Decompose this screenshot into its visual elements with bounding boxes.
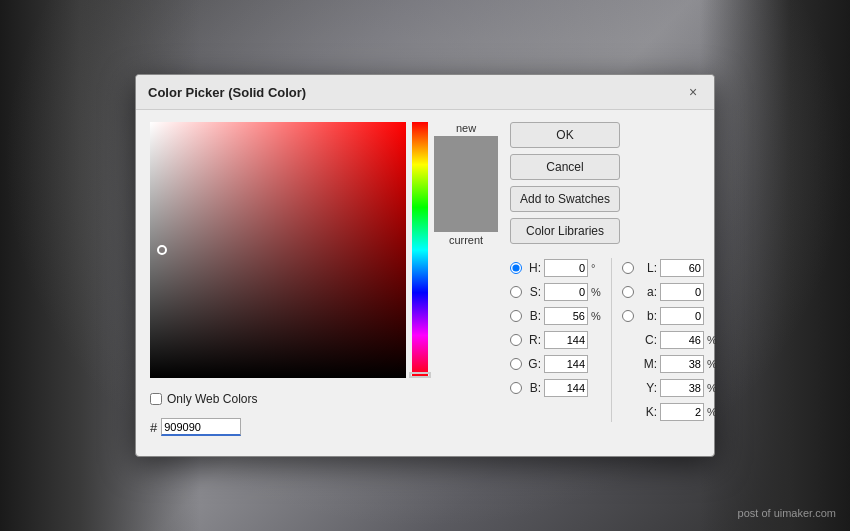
b-label: b: (637, 309, 657, 323)
R-input[interactable] (544, 331, 588, 349)
K-field-row: K: % (622, 402, 717, 422)
preview-new-label: new (456, 122, 476, 134)
S-input[interactable] (544, 283, 588, 301)
L-radio[interactable] (622, 262, 634, 274)
Y-unit: % (707, 382, 717, 394)
M-field-row: M: % (622, 354, 717, 374)
fields-divider (611, 258, 612, 422)
B2-input[interactable] (544, 379, 588, 397)
B-unit: % (591, 310, 601, 322)
M-label: M: (637, 357, 657, 371)
H-label: H: (525, 261, 541, 275)
only-web-row: Only Web Colors (150, 392, 498, 406)
H-unit: ° (591, 262, 595, 274)
G-field-row: G: (510, 354, 601, 374)
C-unit: % (707, 334, 717, 346)
K-label: K: (637, 405, 657, 419)
Y-label: Y: (637, 381, 657, 395)
B-input[interactable] (544, 307, 588, 325)
controls-area: OK Cancel Add to Swatches Color Librarie… (510, 122, 717, 436)
R-radio[interactable] (510, 334, 522, 346)
R-label: R: (525, 333, 541, 347)
C-label: C: (637, 333, 657, 347)
B-radio[interactable] (510, 310, 522, 322)
ok-button[interactable]: OK (510, 122, 620, 148)
a-label: a: (637, 285, 657, 299)
color-picker-area: new current Only Web Colors # (150, 122, 498, 436)
hue-cursor (409, 372, 431, 378)
hsb-rgb-col: H: ° S: % B: (510, 258, 601, 422)
S-unit: % (591, 286, 601, 298)
H-input[interactable] (544, 259, 588, 277)
hex-hash: # (150, 420, 157, 435)
preview-current-label: current (449, 234, 483, 246)
b-input[interactable] (660, 307, 704, 325)
B2-field-row: B: (510, 378, 601, 398)
S-radio[interactable] (510, 286, 522, 298)
K-input[interactable] (660, 403, 704, 421)
B2-label: B: (525, 381, 541, 395)
picker-row: new current (150, 122, 498, 378)
M-unit: % (707, 358, 717, 370)
color-libraries-button[interactable]: Color Libraries (510, 218, 620, 244)
fields-section: H: ° S: % B: (510, 258, 717, 422)
K-unit: % (707, 406, 717, 418)
b-radio[interactable] (622, 310, 634, 322)
watermark: post of uimaker.com (738, 507, 836, 519)
dialog-title: Color Picker (Solid Color) (148, 85, 306, 100)
hex-row: # (150, 418, 498, 436)
S-label: S: (525, 285, 541, 299)
H-radio[interactable] (510, 262, 522, 274)
cancel-button[interactable]: Cancel (510, 154, 620, 180)
preview-new-color (434, 136, 498, 184)
B-label: B: (525, 309, 541, 323)
H-field-row: H: ° (510, 258, 601, 278)
a-radio[interactable] (622, 286, 634, 298)
R-field-row: R: (510, 330, 601, 350)
b-field-row: b: (622, 306, 717, 326)
L-field-row: L: (622, 258, 717, 278)
G-input[interactable] (544, 355, 588, 373)
L-label: L: (637, 261, 657, 275)
hue-strip[interactable] (412, 122, 428, 378)
Y-field-row: Y: % (622, 378, 717, 398)
S-field-row: S: % (510, 282, 601, 302)
hex-input[interactable] (161, 418, 241, 436)
a-field-row: a: (622, 282, 717, 302)
close-button[interactable]: × (684, 83, 702, 101)
color-gradient-box[interactable] (150, 122, 406, 378)
preview-current-color (434, 184, 498, 232)
button-row: OK Cancel Add to Swatches Color Librarie… (510, 122, 717, 244)
L-input[interactable] (660, 259, 704, 277)
G-label: G: (525, 357, 541, 371)
C-input[interactable] (660, 331, 704, 349)
dialog-titlebar: Color Picker (Solid Color) × (136, 75, 714, 110)
Y-input[interactable] (660, 379, 704, 397)
lab-cmyk-col: L: a: b: (622, 258, 717, 422)
add-to-swatches-button[interactable]: Add to Swatches (510, 186, 620, 212)
only-web-colors-label: Only Web Colors (167, 392, 257, 406)
gradient-value (150, 122, 406, 378)
C-field-row: C: % (622, 330, 717, 350)
G-radio[interactable] (510, 358, 522, 370)
only-web-colors-checkbox[interactable] (150, 393, 162, 405)
B-field-row: B: % (510, 306, 601, 326)
B2-radio[interactable] (510, 382, 522, 394)
color-picker-dialog: Color Picker (Solid Color) × new (135, 74, 715, 457)
a-input[interactable] (660, 283, 704, 301)
dialog-body: new current Only Web Colors # OK (136, 110, 714, 440)
preview-box: new current (434, 122, 498, 378)
M-input[interactable] (660, 355, 704, 373)
